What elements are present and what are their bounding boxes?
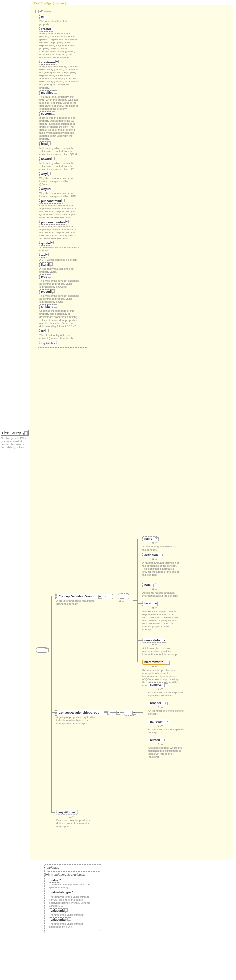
- attribute-desc: The unit of the value attribute.: [49, 913, 92, 916]
- minus-icon[interactable]: −: [47, 172, 51, 175]
- minus-icon[interactable]: −: [52, 27, 55, 30]
- occurrence-label: 0..∞: [152, 665, 157, 668]
- attribute-name: pubconstrainturi: [39, 220, 67, 224]
- occurrence-label: 0..∞: [152, 588, 157, 591]
- element-desc: An identifier of a more generic concept.: [148, 710, 185, 716]
- minus-icon[interactable]: −: [35, 10, 39, 13]
- element-definition[interactable]: definition+: [142, 552, 163, 557]
- element-name[interactable]: name+: [142, 536, 157, 541]
- attribute-name: typeuri: [39, 290, 52, 294]
- attribute-row: creatoruri−If the attribute is empty, sp…: [39, 60, 86, 89]
- minus-icon[interactable]: −: [65, 220, 69, 223]
- element-sameAs[interactable]: sameAs+: [148, 682, 167, 687]
- attribute-name: creatoruri: [39, 60, 57, 65]
- root-desc: Flexible generic PCL-type for controlled…: [1, 436, 27, 449]
- element-label: broader: [150, 702, 162, 705]
- attribute-desc: If the property value is not defined, sp…: [39, 32, 79, 59]
- element-facet[interactable]: facet+: [142, 601, 156, 606]
- attribute-desc: The local identifier of the property.: [39, 20, 79, 26]
- minus-icon[interactable]: −: [44, 15, 47, 18]
- minus-icon[interactable]: −: [43, 866, 46, 869]
- plus-icon[interactable]: +: [164, 683, 168, 687]
- plus-icon[interactable]: +: [166, 661, 170, 665]
- attribute-desc: Indicates by which means the value was e…: [39, 162, 79, 171]
- element-label: sameAs: [150, 683, 162, 686]
- minus-icon[interactable]: −: [52, 111, 55, 115]
- minus-icon[interactable]: −: [47, 142, 51, 145]
- minus-icon[interactable]: −: [50, 241, 54, 244]
- minus-icon[interactable]: −: [45, 253, 49, 256]
- element-remoteInfo[interactable]: remoteInfo+: [142, 638, 165, 643]
- element-label: related: [150, 738, 160, 741]
- root-element-box[interactable]: Flex1ExtPropType −: [1, 430, 29, 436]
- attribute-desc: One or many constraints that apply to pu…: [39, 204, 79, 219]
- element-desc: A natural language name for the concept.: [142, 545, 179, 551]
- attribute-desc: Why the metadata has been included – exp…: [39, 177, 79, 186]
- plus-icon[interactable]: +: [163, 738, 166, 742]
- sequence-icon: ··· −: [102, 594, 113, 599]
- element-related[interactable]: related+: [148, 738, 165, 742]
- attribute-name: valueunit: [49, 908, 66, 913]
- attribute-desc: The related value (see more in the spec …: [49, 883, 92, 889]
- minus-icon[interactable]: −: [45, 648, 49, 652]
- minus-icon[interactable]: −: [98, 595, 102, 599]
- occurrence-label: 0..∞: [119, 600, 124, 603]
- attribute-row: xml:lang−Specifies the language of this …: [39, 304, 86, 328]
- attribute-row: pubconstraint−One or many constraints th…: [39, 199, 86, 219]
- element-desc: A link to an item or a web resource whic…: [142, 647, 179, 656]
- minus-icon[interactable]: −: [132, 711, 136, 715]
- attribute-name: modified: [39, 90, 55, 95]
- plus-icon[interactable]: +: [164, 702, 168, 705]
- attribute-desc: The unit of the value attribute – expres…: [49, 922, 92, 928]
- plus-icon[interactable]: +: [163, 639, 166, 643]
- minus-icon[interactable]: −: [64, 908, 68, 912]
- minus-icon[interactable]: −: [54, 304, 57, 308]
- plus-icon[interactable]: +: [153, 584, 157, 587]
- minus-icon[interactable]: −: [24, 431, 28, 435]
- occurrence-label: 0..∞: [152, 643, 157, 646]
- minus-icon[interactable]: −: [55, 60, 59, 64]
- attribute-desc: The directionality of textual content (e…: [39, 334, 79, 340]
- attribute-row: uri−A URI which identifies a concept.: [39, 253, 86, 261]
- occurrence-label: 0..∞: [152, 558, 157, 561]
- minus-icon[interactable]: −: [71, 890, 74, 894]
- element-hierarchyInfo[interactable]: hierarchyInfo+: [142, 660, 168, 665]
- minus-icon[interactable]: −: [48, 274, 51, 278]
- top-attributes-frame: − attributes id−The local identifier of …: [37, 8, 89, 348]
- plus-icon[interactable]: +: [161, 554, 164, 557]
- element-label: name: [144, 537, 152, 541]
- minus-icon[interactable]: −: [51, 187, 54, 190]
- choice-icon: −: [118, 593, 128, 600]
- minus-icon[interactable]: −: [49, 262, 52, 266]
- group-conceptrelationships[interactable]: ConceptRelationshipsGroup −: [56, 710, 106, 716]
- element-desc: An identifier of a concept with equivale…: [148, 691, 185, 697]
- plus-icon[interactable]: +: [166, 720, 169, 724]
- attribute-name: howuri: [39, 157, 52, 161]
- minus-icon[interactable]: −: [127, 595, 130, 598]
- minus-icon[interactable]: −: [68, 917, 71, 921]
- minus-icon[interactable]: −: [117, 711, 120, 715]
- minus-icon[interactable]: −: [61, 199, 65, 202]
- occurrence-label: 0..∞: [158, 724, 163, 727]
- group-conceptdefinition[interactable]: ConceptDefinitionGroup −: [56, 594, 101, 599]
- minus-icon[interactable]: −: [104, 711, 108, 715]
- element-note[interactable]: note+: [142, 583, 156, 587]
- minus-icon[interactable]: −: [51, 290, 55, 293]
- sequence-icon: ··· −: [36, 648, 47, 653]
- minus-icon[interactable]: −: [111, 595, 114, 598]
- plus-icon[interactable]: +: [155, 538, 159, 541]
- xs-any-attribute: any ##other: [39, 341, 57, 345]
- element-broader[interactable]: broader+: [148, 701, 166, 705]
- attribute-desc: If the attribute is empty, specifies whi…: [39, 65, 79, 89]
- minus-icon[interactable]: −: [51, 157, 55, 160]
- element-narrower[interactable]: narrower+: [148, 719, 168, 724]
- occurrence-label: 0..∞: [69, 815, 74, 818]
- plus-icon[interactable]: +: [154, 602, 158, 606]
- attribute-name: literal: [39, 262, 51, 267]
- minus-icon[interactable]: −: [45, 873, 49, 877]
- minus-icon[interactable]: −: [59, 878, 62, 881]
- minus-icon[interactable]: −: [45, 329, 49, 332]
- minus-icon[interactable]: −: [54, 90, 57, 94]
- attribute-row: typeuri−The type of the concept assigned…: [39, 290, 86, 304]
- attribute-name: pubconstraint: [39, 199, 63, 204]
